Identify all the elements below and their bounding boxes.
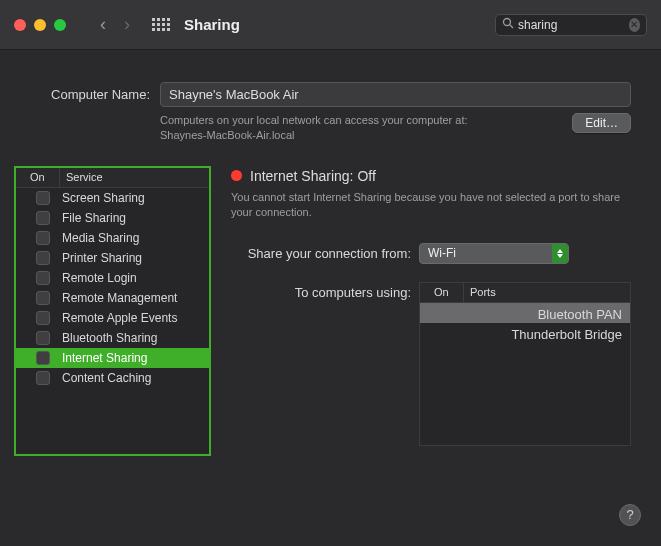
service-row[interactable]: File Sharing xyxy=(16,208,209,228)
share-from-value: Wi-Fi xyxy=(420,246,552,260)
services-header-on[interactable]: On xyxy=(16,168,60,187)
search-field[interactable]: ✕ xyxy=(495,14,647,36)
window-title: Sharing xyxy=(184,16,240,33)
svg-point-0 xyxy=(504,19,511,26)
service-row[interactable]: Remote Login xyxy=(16,268,209,288)
service-label: Content Caching xyxy=(60,371,209,385)
service-checkbox[interactable] xyxy=(36,351,50,365)
service-checkbox[interactable] xyxy=(36,311,50,325)
port-label: Thunderbolt Bridge xyxy=(464,324,630,342)
service-label: Printer Sharing xyxy=(60,251,209,265)
minimize-window-button[interactable] xyxy=(34,19,46,31)
popup-arrows-icon xyxy=(552,244,568,263)
service-checkbox[interactable] xyxy=(36,291,50,305)
service-checkbox[interactable] xyxy=(36,211,50,225)
search-input[interactable] xyxy=(518,18,629,32)
service-label: Internet Sharing xyxy=(60,351,209,365)
computer-name-label: Computer Name: xyxy=(30,87,150,102)
port-row[interactable]: Thunderbolt Bridge xyxy=(420,323,630,343)
status-description: You cannot start Internet Sharing becaus… xyxy=(231,190,631,221)
status-title: Internet Sharing: Off xyxy=(250,168,376,184)
service-checkbox[interactable] xyxy=(36,371,50,385)
service-label: Bluetooth Sharing xyxy=(60,331,209,345)
service-checkbox[interactable] xyxy=(36,331,50,345)
service-row[interactable]: Internet Sharing xyxy=(16,348,209,368)
computer-name-sub-line2: Shaynes-MacBook-Air.local xyxy=(160,128,562,143)
service-checkbox[interactable] xyxy=(36,271,50,285)
service-checkbox[interactable] xyxy=(36,251,50,265)
clear-search-button[interactable]: ✕ xyxy=(629,18,640,32)
close-window-button[interactable] xyxy=(14,19,26,31)
ports-header-ports[interactable]: Ports xyxy=(464,283,630,302)
computer-name-input[interactable] xyxy=(160,82,631,107)
zoom-window-button[interactable] xyxy=(54,19,66,31)
service-row[interactable]: Printer Sharing xyxy=(16,248,209,268)
back-button[interactable]: ‹ xyxy=(100,14,106,35)
service-checkbox[interactable] xyxy=(36,191,50,205)
forward-button[interactable]: › xyxy=(124,14,130,35)
services-list: On Service Screen SharingFile SharingMed… xyxy=(14,166,211,456)
to-computers-label: To computers using: xyxy=(231,282,419,300)
show-all-button[interactable] xyxy=(152,18,170,31)
service-row[interactable]: Content Caching xyxy=(16,368,209,388)
computer-name-sub-line1: Computers on your local network can acce… xyxy=(160,113,562,128)
service-row[interactable]: Media Sharing xyxy=(16,228,209,248)
service-label: Screen Sharing xyxy=(60,191,209,205)
service-row[interactable]: Remote Apple Events xyxy=(16,308,209,328)
edit-hostname-button[interactable]: Edit… xyxy=(572,113,631,133)
service-label: Remote Login xyxy=(60,271,209,285)
share-from-popup[interactable]: Wi-Fi xyxy=(419,243,569,264)
services-header-service[interactable]: Service xyxy=(60,168,209,187)
ports-header-on[interactable]: On xyxy=(420,283,464,302)
port-label: Bluetooth PAN xyxy=(464,304,630,322)
help-button[interactable]: ? xyxy=(619,504,641,526)
port-row[interactable]: Bluetooth PAN xyxy=(420,303,630,323)
service-row[interactable]: Screen Sharing xyxy=(16,188,209,208)
search-icon xyxy=(502,17,514,32)
service-label: File Sharing xyxy=(60,211,209,225)
service-label: Remote Apple Events xyxy=(60,311,209,325)
service-row[interactable]: Bluetooth Sharing xyxy=(16,328,209,348)
service-label: Remote Management xyxy=(60,291,209,305)
service-label: Media Sharing xyxy=(60,231,209,245)
ports-list: On Ports Bluetooth PANThunderbolt Bridge xyxy=(419,282,631,446)
service-checkbox[interactable] xyxy=(36,231,50,245)
status-indicator-off xyxy=(231,170,242,181)
svg-line-1 xyxy=(510,25,513,28)
share-from-label: Share your connection from: xyxy=(231,246,419,261)
service-row[interactable]: Remote Management xyxy=(16,288,209,308)
